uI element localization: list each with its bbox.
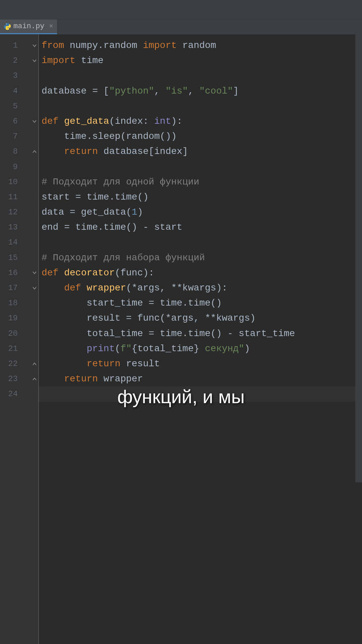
svg-point-0 — [6, 23, 7, 24]
fold-marker[interactable] — [20, 265, 38, 280]
vertical-scrollbar[interactable] — [355, 33, 362, 482]
fold-marker[interactable] — [20, 356, 38, 371]
fold-marker — [20, 129, 38, 144]
line-number[interactable]: 19 — [2, 311, 20, 326]
line-number[interactable]: 9 — [2, 159, 20, 174]
code-line[interactable]: def decorator(func): — [42, 265, 362, 280]
code-line[interactable] — [42, 68, 362, 83]
line-number[interactable]: 6 — [2, 114, 20, 129]
fold-marker — [20, 220, 38, 235]
code-line[interactable] — [42, 159, 362, 174]
line-number[interactable]: 12 — [2, 205, 20, 220]
line-number[interactable]: 15 — [2, 250, 20, 265]
code-area[interactable]: from numpy.random import randomimport ti… — [39, 35, 362, 644]
line-number[interactable]: 17 — [2, 280, 20, 296]
code-line[interactable]: import time — [42, 53, 362, 68]
line-number[interactable]: 20 — [2, 326, 20, 341]
code-line[interactable]: result = func(*args, **kwargs) — [42, 311, 362, 326]
line-number[interactable]: 22 — [2, 356, 20, 371]
code-line[interactable]: def get_data(index: int): — [42, 114, 362, 129]
code-line[interactable]: return database[index] — [42, 144, 362, 159]
code-line[interactable]: data = get_data(1) — [42, 205, 362, 220]
fold-marker — [20, 68, 38, 83]
code-line[interactable]: print(f"{total_time} секунд") — [42, 341, 362, 356]
line-number[interactable]: 5 — [2, 99, 20, 114]
code-line[interactable]: time.sleep(random()) — [42, 129, 362, 144]
code-line[interactable]: # Подходит для одной функции — [42, 174, 362, 190]
code-line[interactable] — [42, 99, 362, 114]
line-number[interactable]: 7 — [2, 129, 20, 144]
file-tab-main[interactable]: main.py × — [0, 19, 57, 34]
code-line[interactable]: total_time = time.time() - start_time — [42, 326, 362, 341]
line-number[interactable]: 13 — [2, 220, 20, 235]
tab-bar: main.py × — [0, 19, 362, 35]
code-line[interactable]: return wrapper — [42, 371, 362, 386]
code-line[interactable] — [42, 235, 362, 250]
code-line[interactable]: # Подходит для набора функций — [42, 250, 362, 265]
python-file-icon — [4, 23, 11, 30]
fold-gutter[interactable] — [20, 35, 39, 644]
fold-marker[interactable] — [20, 144, 38, 159]
code-line[interactable]: def wrapper(*args, **kwargs): — [42, 280, 362, 296]
fold-marker — [20, 235, 38, 250]
line-number-gutter[interactable]: 123456789101112131415161718192021222324 — [2, 35, 20, 644]
code-line[interactable]: start = time.time() — [42, 190, 362, 205]
svg-point-1 — [8, 29, 9, 29]
line-number[interactable]: 16 — [2, 265, 20, 280]
top-toolbar — [0, 0, 362, 19]
line-number[interactable]: 3 — [2, 68, 20, 83]
code-line[interactable]: start_time = time.time() — [42, 296, 362, 311]
fold-marker — [20, 250, 38, 265]
line-number[interactable]: 21 — [2, 341, 20, 356]
fold-marker — [20, 190, 38, 205]
fold-marker — [20, 84, 38, 99]
fold-marker — [20, 174, 38, 190]
fold-marker[interactable] — [20, 38, 38, 53]
fold-marker — [20, 311, 38, 326]
line-number[interactable]: 2 — [2, 53, 20, 68]
close-icon[interactable]: × — [47, 22, 53, 30]
code-line[interactable]: from numpy.random import random — [42, 38, 362, 53]
code-line[interactable]: database = ["python", "is", "cool"] — [42, 84, 362, 99]
line-number[interactable]: 1 — [2, 38, 20, 53]
line-number[interactable]: 8 — [2, 144, 20, 159]
tab-filename: main.py — [13, 22, 44, 31]
fold-marker — [20, 159, 38, 174]
line-number[interactable]: 11 — [2, 190, 20, 205]
fold-marker — [20, 99, 38, 114]
code-line[interactable]: end = time.time() - start — [42, 220, 362, 235]
fold-marker[interactable] — [20, 53, 38, 68]
fold-marker — [20, 341, 38, 356]
line-number[interactable]: 23 — [2, 371, 20, 386]
line-number[interactable]: 10 — [2, 174, 20, 190]
fold-marker[interactable] — [20, 114, 38, 129]
video-caption-overlay: функций, и мы — [0, 386, 362, 408]
fold-marker[interactable] — [20, 371, 38, 386]
code-editor[interactable]: 123456789101112131415161718192021222324 … — [0, 35, 362, 644]
code-line[interactable]: return result — [42, 356, 362, 371]
fold-marker — [20, 296, 38, 311]
fold-marker[interactable] — [20, 280, 38, 296]
fold-marker — [20, 326, 38, 341]
line-number[interactable]: 14 — [2, 235, 20, 250]
fold-marker — [20, 205, 38, 220]
line-number[interactable]: 4 — [2, 84, 20, 99]
line-number[interactable]: 18 — [2, 296, 20, 311]
